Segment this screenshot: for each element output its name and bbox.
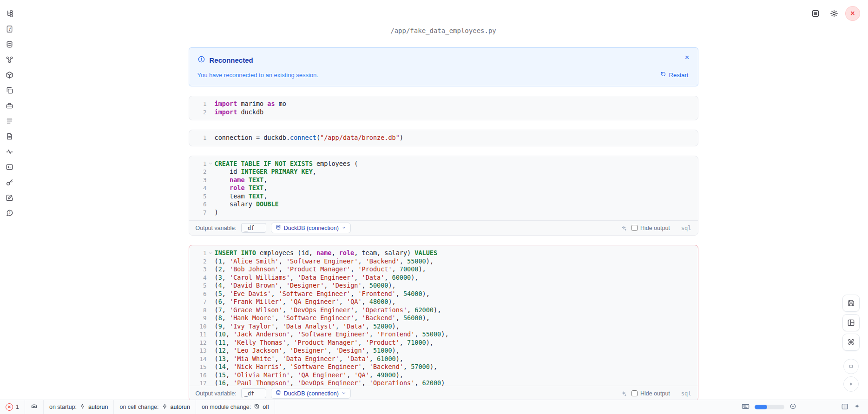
code-text: (1, 'Alice Smith', 'Software Engineer', … [215,257,434,266]
spacer [207,314,215,322]
terminal-icon[interactable] [3,161,15,173]
database-panel-icon[interactable] [3,38,15,50]
toolbox-icon[interactable] [3,99,15,112]
copilot-status[interactable] [25,400,44,414]
spacer [207,379,215,386]
documentation-icon[interactable] [3,130,15,142]
layout-columns-icon[interactable] [841,403,848,412]
on-module-change-setting[interactable]: on module change: off [196,400,275,414]
code-text: (10, 'Jack Anderson', 'Software Engineer… [215,330,449,339]
fold-toggle-icon[interactable] [207,160,215,168]
play-icon[interactable] [843,376,859,392]
output-variable-input[interactable] [241,223,266,233]
format-icon[interactable] [621,390,627,396]
line-number: 9 [189,314,207,322]
clock-off-icon [254,403,260,411]
chevron-down-icon [342,225,346,231]
table-of-contents-icon[interactable] [3,115,15,127]
cell-editor[interactable]: 1CREATE TABLE IF NOT EXISTS employees (2… [189,156,698,221]
scratchpad-icon[interactable] [3,191,15,204]
code-line: 4(3, 'Carol Williams', 'Data Engineer', … [189,274,692,282]
errors-indicator[interactable]: ✕ 1 [0,400,25,414]
files-icon[interactable]: f [3,23,15,35]
secrets-icon[interactable] [3,176,15,188]
command-icon[interactable]: ⌘ [842,334,860,351]
code-text: (12, 'Leo Jackson', 'Designer', 'Design'… [215,347,400,355]
code-line: 17(16, 'Paul Thompson', 'DevOps Engineer… [189,379,692,386]
zap-icon [162,403,168,411]
gear-icon[interactable] [827,7,841,20]
save-icon[interactable] [842,295,860,312]
line-number: 2 [189,108,207,117]
ai-sparkle-icon[interactable] [854,403,861,411]
spacer [207,274,215,282]
banner-head: Reconnected [197,55,690,65]
spacer [207,184,215,192]
stop-icon[interactable] [843,359,859,374]
on-cell-change-setting[interactable]: on cell change: autorun [114,400,196,414]
hide-output-toggle[interactable]: Hide output [631,225,670,231]
spacer [207,265,215,274]
spacer [207,298,215,306]
status-bar: ✕ 1 on startup: autorun on cell change: … [0,400,868,414]
format-icon[interactable] [621,225,627,231]
banner-message: You have reconnected to an existing sess… [197,72,690,79]
file-tree-icon[interactable] [3,7,15,20]
menu-icon[interactable] [809,7,822,20]
output-variable-label: Output variable: [196,225,237,231]
line-number: 2 [189,168,207,176]
code-line: 5(4, 'David Brown', 'Designer', 'Design'… [189,282,692,290]
code-text: (9, 'Ivy Taylor', 'Data Analyst', 'Data'… [215,322,400,331]
fold-toggle-icon[interactable] [207,249,215,257]
notebook-filename[interactable]: /app/fake_data_employees.py [19,0,868,34]
layout-grid-icon[interactable] [842,314,860,331]
snippets-icon[interactable] [3,84,15,96]
line-number: 17 [189,379,207,386]
chat-icon[interactable]: ? [3,207,15,219]
line-number: 10 [189,322,207,331]
line-number: 3 [189,265,207,274]
engine-select[interactable]: DuckDB (connection) [271,388,351,399]
code-cell-4: 1INSERT INTO employees (id, name, role, … [189,245,698,400]
code-text: (11, 'Kelly Thomas', 'Product Manager', … [215,339,434,347]
output-variable-label: Output variable: [196,390,237,397]
engine-select[interactable]: DuckDB (connection) [271,223,351,233]
code-line: 1connection = duckdb.connect("/app/data/… [189,134,692,142]
code-text: name TEXT, [215,176,268,184]
hide-output-toggle[interactable]: Hide output [631,390,670,397]
code-text: (15, 'Olivia Martin', 'QA Engineer', 'QA… [215,371,403,380]
code-cell-3: 1CREATE TABLE IF NOT EXISTS employees (2… [189,156,698,236]
cell-editor[interactable]: 1connection = duckdb.connect("/app/data/… [189,130,698,146]
code-line: 2import duckdb [189,108,692,117]
line-number: 1 [189,134,207,142]
keyboard-icon[interactable] [742,402,750,412]
spacer [207,108,215,117]
code-line: 6(5, 'Eve Davis', 'Software Engineer', '… [189,290,692,298]
line-number: 6 [189,200,207,209]
code-text: ) [215,209,218,217]
chevron-down-icon [342,390,346,397]
code-text: (2, 'Bob Johnson', 'Product Manager', 'P… [215,265,426,274]
resource-meter-icon[interactable] [789,403,796,411]
on-startup-setting[interactable]: on startup: autorun [44,400,114,414]
floating-controls: ⌘ [842,295,860,392]
hide-output-checkbox[interactable] [631,225,638,231]
output-variable-input[interactable] [241,388,266,398]
code-text: (8, 'Hank Moore', 'Software Engineer', '… [215,314,430,322]
error-circle-icon: ✕ [6,403,13,411]
packages-icon[interactable] [3,69,15,81]
cell-editor[interactable]: 1INSERT INTO employees (id, name, role, … [189,245,698,386]
spacer [207,176,215,184]
spacer [207,363,215,371]
sql-cell-footer: Output variable: DuckDB (connection) Hid… [189,386,698,400]
language-label: sql [681,390,691,397]
shutdown-icon[interactable]: × [846,7,860,20]
database-small-icon [276,390,281,397]
restart-button[interactable]: Restart [660,71,689,79]
banner-close-icon[interactable]: × [682,53,692,63]
dependency-graph-icon[interactable] [3,53,15,66]
language-label: sql [681,225,691,231]
hide-output-checkbox[interactable] [631,390,638,396]
cell-editor[interactable]: 1import marimo as mo2import duckdb [189,96,698,120]
logs-icon[interactable] [3,145,15,158]
